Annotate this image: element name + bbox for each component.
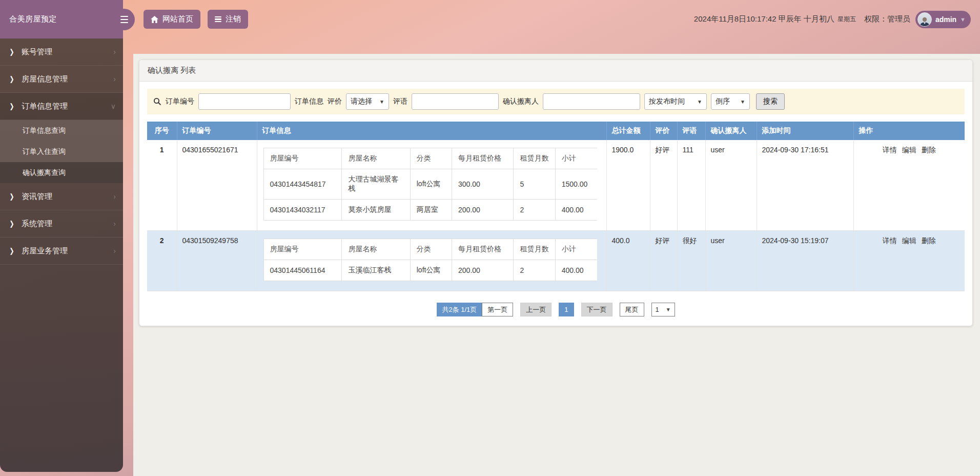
table-header-row: 序号 订单编号 订单信息 总计金额 评价 评语 确认搬离人 添加时间 操作 xyxy=(147,122,965,140)
search-icon xyxy=(153,97,161,106)
house-no: 04301434032117 xyxy=(263,200,342,221)
house-monthly-price: 200.00 xyxy=(452,200,514,221)
delete-link[interactable]: 删除 xyxy=(922,146,936,154)
sidebar-menu: ❯ 账号管理 › ❯ 房屋信息管理 › ❯ 订单信息管理 ∨ 订单信息查询 订单… xyxy=(0,38,123,265)
house-subtotal: 400.00 xyxy=(555,260,597,281)
house-sub-table: 房屋编号 房屋名称 分类 每月租赁价格 租赁月数 小计 xyxy=(263,148,597,221)
sidebar-subitem-moveout-query[interactable]: 确认搬离查询 xyxy=(0,162,123,183)
panel-title: 确认搬离 列表 xyxy=(139,60,972,82)
sub-col-house-name: 房屋名称 xyxy=(342,239,410,260)
detail-link[interactable]: 详情 xyxy=(883,146,897,154)
edit-link[interactable]: 编辑 xyxy=(902,146,916,154)
sub-col-months: 租赁月数 xyxy=(514,148,555,169)
current-page[interactable]: 1 xyxy=(559,303,574,316)
delete-link[interactable]: 删除 xyxy=(922,236,936,245)
filter-bar: 订单编号 订单信息 评价 请选择 ▼ 评语 确认搬离人 按发布时间 ▼ 倒序 xyxy=(147,89,965,114)
last-page-button[interactable]: 尾页 xyxy=(620,303,644,316)
house-subtotal: 1500.00 xyxy=(555,169,597,200)
chevron-right-icon: › xyxy=(113,192,116,201)
chevron-right-icon: ❯ xyxy=(10,220,14,228)
cell-order-no: 04301509249758 xyxy=(177,231,257,291)
sidebar-subitem-order-query[interactable]: 订单信息查询 xyxy=(0,120,123,141)
chevron-right-icon: ❯ xyxy=(10,48,14,56)
sidebar-item-order-info[interactable]: ❯ 订单信息管理 ∨ xyxy=(0,93,123,120)
col-header-rating: 评价 xyxy=(650,122,677,140)
sidebar-item-house-business[interactable]: ❯ 房屋业务管理 › xyxy=(0,237,123,265)
table-row: 2 04301509249758 房屋编号 房屋名称 分类 xyxy=(147,231,965,291)
sub-col-monthly-price: 每月租赁价格 xyxy=(452,239,514,260)
mover-input[interactable] xyxy=(543,93,640,110)
sidebar-item-news[interactable]: ❯ 资讯管理 › xyxy=(0,183,123,210)
cell-mover: user xyxy=(705,140,757,231)
house-monthly-price: 300.00 xyxy=(452,169,514,200)
rating-select-value: 请选择 xyxy=(351,97,372,106)
content-wrapper: 确认搬离 列表 订单编号 订单信息 评价 请选择 ▼ 评语 确认搬离人 xyxy=(133,54,980,476)
logout-button[interactable]: 注销 xyxy=(208,10,248,29)
cell-order-info: 房屋编号 房屋名称 分类 每月租赁价格 租赁月数 小计 xyxy=(257,231,606,291)
sub-col-months: 租赁月数 xyxy=(514,239,555,260)
cell-total: 400.0 xyxy=(606,231,650,291)
comment-label: 评语 xyxy=(393,97,407,106)
avatar xyxy=(917,12,932,27)
col-header-added-time: 添加时间 xyxy=(757,122,853,140)
pagination-summary: 共2条 1/1页 xyxy=(437,303,482,316)
cell-comment: 111 xyxy=(677,140,705,231)
house-row: 04301443454817 大理古城湖景客栈 loft公寓 300.00 5 … xyxy=(263,169,597,200)
house-category: loft公寓 xyxy=(410,169,452,200)
chevron-right-icon: › xyxy=(113,48,116,56)
col-header-total: 总计金额 xyxy=(606,122,650,140)
edit-link[interactable]: 编辑 xyxy=(902,236,916,245)
order-info-label: 订单信息 xyxy=(295,97,323,106)
user-menu[interactable]: admin ▼ xyxy=(915,11,971,28)
sort-order-value: 倒序 xyxy=(716,97,730,106)
menu-icon xyxy=(120,16,128,17)
topbar: 网站首页 注销 2024年11月8日10:17:42 甲辰年 十月初八 星期五 … xyxy=(123,0,980,38)
cell-actions: 详情 编辑 删除 xyxy=(853,231,965,291)
detail-link[interactable]: 详情 xyxy=(883,236,897,245)
sidebar-item-system[interactable]: ❯ 系统管理 › xyxy=(0,210,123,237)
search-button[interactable]: 搜索 xyxy=(756,93,785,110)
sidebar-item-house-info[interactable]: ❯ 房屋信息管理 › xyxy=(0,66,123,93)
cell-rating: 好评 xyxy=(650,140,677,231)
sort-field-select[interactable]: 按发布时间 ▼ xyxy=(644,93,707,110)
cell-rating: 好评 xyxy=(650,231,677,291)
sidebar-toggle-button[interactable] xyxy=(113,9,135,30)
cell-order-info: 房屋编号 房屋名称 分类 每月租赁价格 租赁月数 小计 xyxy=(257,140,606,231)
page-select[interactable]: 1 ▼ xyxy=(651,303,675,316)
pagination: 共2条 1/1页 第一页 上一页 1 下一页 尾页 1 ▼ xyxy=(147,303,965,316)
sidebar-item-label: 订单信息管理 xyxy=(22,102,68,111)
logout-button-label: 注销 xyxy=(226,14,241,24)
house-months: 2 xyxy=(514,200,555,221)
sub-col-house-no: 房屋编号 xyxy=(263,148,342,169)
sort-field-value: 按发布时间 xyxy=(649,97,685,106)
first-page-button[interactable]: 第一页 xyxy=(482,303,513,316)
chevron-right-icon: ❯ xyxy=(10,192,14,201)
chevron-right-icon: › xyxy=(113,220,116,228)
topbar-info: 2024年11月8日10:17:42 甲辰年 十月初八 星期五 权限：管理员 a… xyxy=(694,11,971,28)
sidebar-item-account[interactable]: ❯ 账号管理 › xyxy=(0,38,123,66)
panel-body: 订单编号 订单信息 评价 请选择 ▼ 评语 确认搬离人 按发布时间 ▼ 倒序 xyxy=(139,82,972,326)
sidebar-subitem-checkin-query[interactable]: 订单入住查询 xyxy=(0,141,123,162)
home-button[interactable]: 网站首页 xyxy=(144,10,200,29)
order-no-label: 订单编号 xyxy=(166,97,194,106)
mover-label: 确认搬离人 xyxy=(503,97,539,106)
comment-input[interactable] xyxy=(412,93,499,110)
sub-col-house-name: 房屋名称 xyxy=(342,148,410,169)
submenu-item-label: 确认搬离查询 xyxy=(23,168,66,177)
table-row: 1 04301655021671 房屋编号 房屋名称 分类 xyxy=(147,140,965,231)
sub-col-subtotal: 小计 xyxy=(555,239,597,260)
sub-table-header-row: 房屋编号 房屋名称 分类 每月租赁价格 租赁月数 小计 xyxy=(263,239,597,260)
house-no: 04301445061164 xyxy=(263,260,342,281)
cell-comment: 很好 xyxy=(677,231,705,291)
sub-col-house-no: 房屋编号 xyxy=(263,239,342,260)
home-button-label: 网站首页 xyxy=(162,14,193,24)
cell-index: 1 xyxy=(147,140,177,231)
sort-order-select[interactable]: 倒序 ▼ xyxy=(711,93,750,110)
datetime-text: 2024年11月8日10:17:42 甲辰年 十月初八 xyxy=(694,14,834,24)
rating-select[interactable]: 请选择 ▼ xyxy=(346,93,389,110)
next-page-button[interactable]: 下一页 xyxy=(581,303,612,316)
chevron-right-icon: › xyxy=(113,247,116,255)
chevron-down-icon: ▼ xyxy=(697,99,702,105)
prev-page-button[interactable]: 上一页 xyxy=(520,303,552,316)
order-no-input[interactable] xyxy=(198,93,291,110)
